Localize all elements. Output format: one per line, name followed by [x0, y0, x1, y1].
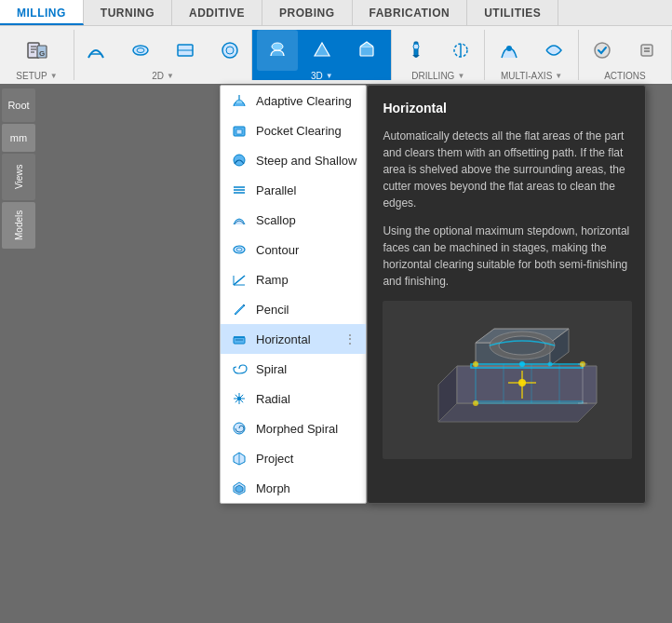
tooltip-panel: Horizontal Automatically detects all the…	[367, 85, 646, 504]
menu-item-ramp[interactable]: Ramp	[221, 264, 366, 294]
adaptive-clearing-icon	[230, 91, 249, 110]
svg-marker-53	[438, 403, 597, 422]
svg-point-6	[133, 46, 148, 55]
dropdown-container: Adaptive Clearing Pocket Clearing Steep …	[220, 85, 646, 504]
sidebar-btn-models[interactable]: Models	[2, 202, 35, 249]
setup-icon-1[interactable]: G	[17, 30, 58, 71]
drilling-icon-1[interactable]	[396, 30, 437, 71]
scallop-icon	[230, 210, 249, 229]
multi-axis-icon-1[interactable]	[489, 30, 530, 71]
3d-icon-3[interactable]	[346, 30, 387, 71]
2d-icon-3[interactable]	[165, 30, 206, 71]
svg-point-74	[548, 362, 553, 367]
group-multi-axis: MULTI-AXIS ▼	[485, 30, 578, 80]
svg-text:G: G	[39, 49, 45, 58]
parallel-label: Parallel	[256, 183, 356, 197]
adaptive-clearing-label: Adaptive Clearing	[256, 94, 356, 108]
actions-icon-1[interactable]	[582, 30, 623, 71]
svg-point-72	[473, 400, 478, 406]
3d-icon-1[interactable]	[257, 30, 298, 71]
svg-line-46	[239, 399, 243, 402]
toolbar: MILLING TURNING ADDITIVE PROBING FABRICA…	[0, 0, 672, 84]
drilling-icon-2[interactable]	[440, 30, 481, 71]
menu-item-morph[interactable]: Morph	[221, 473, 366, 503]
tooltip-title: Horizontal	[383, 99, 630, 118]
group-drilling: DRILLING ▼	[392, 30, 485, 80]
group-3d: 3D ▼	[252, 30, 392, 80]
horizontal-label: Horizontal	[256, 332, 336, 346]
2d-icon-2[interactable]	[120, 30, 161, 71]
svg-rect-20	[641, 45, 652, 56]
icon-row: G SETUP ▼	[0, 26, 672, 84]
pencil-label: Pencil	[256, 303, 356, 317]
group-multi-axis-label[interactable]: MULTI-AXIS ▼	[501, 71, 562, 83]
menu-item-radial[interactable]: Radial	[221, 384, 366, 413]
ramp-icon	[230, 270, 249, 289]
scallop-label: Scallop	[256, 213, 356, 227]
svg-line-44	[235, 395, 239, 399]
svg-marker-14	[412, 55, 420, 58]
menu-item-adaptive-clearing[interactable]: Adaptive Clearing	[221, 86, 366, 115]
menu-item-horizontal[interactable]: Horizontal ⋮	[221, 324, 366, 354]
group-3d-label[interactable]: 3D ▼	[311, 71, 333, 83]
spiral-icon	[230, 359, 249, 378]
tooltip-paragraph1: Automatically detects all the flat areas…	[383, 128, 630, 211]
group-setup: G SETUP ▼	[0, 30, 74, 80]
tab-additive[interactable]: ADDITIVE	[172, 0, 262, 25]
tab-fabrication[interactable]: FABRICATION	[353, 0, 468, 25]
svg-point-15	[413, 44, 419, 49]
3d-icon-2[interactable]	[302, 30, 343, 71]
machine-illustration-svg	[383, 301, 632, 459]
steep-shallow-label: Steep and Shallow	[256, 154, 356, 168]
svg-line-45	[235, 399, 239, 402]
svg-point-9	[222, 43, 237, 58]
tab-turning[interactable]: TURNING	[84, 0, 172, 25]
morph-icon	[230, 479, 249, 497]
pocket-clearing-label: Pocket Clearing	[256, 124, 356, 138]
group-2d-label[interactable]: 2D ▼	[152, 71, 174, 83]
contour-icon	[230, 240, 249, 259]
2d-icon-4[interactable]	[209, 30, 250, 71]
svg-point-18	[506, 46, 512, 51]
menu-item-pencil[interactable]: Pencil	[221, 294, 366, 324]
sidebar-btn-root[interactable]: Root	[2, 88, 35, 122]
menu-item-steep-shallow[interactable]: Steep and Shallow	[221, 145, 366, 175]
actions-icon-2[interactable]	[626, 30, 667, 71]
tab-probing[interactable]: PROBING	[262, 0, 353, 25]
tooltip-image	[383, 301, 632, 459]
left-sidebar: Root mm Views Models	[0, 85, 37, 252]
2d-icon-1[interactable]	[75, 30, 116, 71]
morph-label: Morph	[256, 481, 356, 495]
menu-item-parallel[interactable]: Parallel	[221, 175, 366, 205]
tab-milling[interactable]: MILLING	[0, 0, 84, 25]
tab-utilities[interactable]: UTILITIES	[467, 0, 558, 25]
group-2d: 2D ▼	[74, 30, 252, 80]
project-label: Project	[256, 452, 356, 466]
horizontal-icon	[230, 330, 249, 348]
menu-item-scallop[interactable]: Scallop	[221, 205, 366, 235]
svg-rect-25	[236, 129, 242, 134]
steep-shallow-icon	[230, 151, 249, 169]
tooltip-paragraph2: Using the optional maximum stepdown, hor…	[383, 223, 630, 290]
menu-item-pocket-clearing[interactable]: Pocket Clearing	[221, 115, 366, 145]
group-actions-label: ACTIONS	[604, 71, 645, 83]
svg-point-70	[473, 361, 478, 367]
menu-item-project[interactable]: Project	[221, 443, 366, 473]
contour-label: Contour	[256, 243, 356, 257]
sidebar-btn-mm[interactable]: mm	[2, 124, 35, 152]
group-actions: ACTIONS	[579, 30, 672, 80]
menu-item-morphed-spiral[interactable]: Morphed Spiral	[221, 413, 366, 443]
svg-point-73	[519, 361, 525, 367]
svg-line-41	[239, 395, 243, 399]
sidebar-btn-views[interactable]: Views	[2, 154, 35, 200]
multi-axis-icon-2[interactable]	[533, 30, 574, 71]
group-setup-label[interactable]: SETUP ▼	[16, 71, 57, 83]
menu-item-contour[interactable]: Contour	[221, 235, 366, 264]
group-drilling-label[interactable]: DRILLING ▼	[411, 71, 464, 83]
pencil-icon	[230, 300, 249, 318]
menu-item-spiral[interactable]: Spiral	[221, 354, 366, 384]
morphed-spiral-label: Morphed Spiral	[256, 422, 356, 436]
morphed-spiral-icon	[230, 419, 249, 438]
svg-point-11	[272, 43, 283, 50]
radial-label: Radial	[256, 392, 356, 406]
